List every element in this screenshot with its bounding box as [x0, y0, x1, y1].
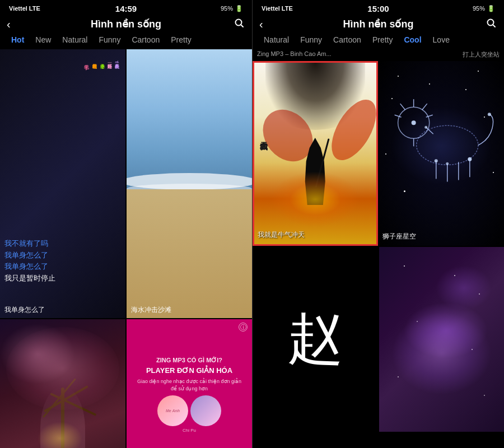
tab-pretty[interactable]: Pretty: [165, 34, 197, 46]
caption-leo: 狮子座星空: [382, 232, 416, 241]
svg-line-9: [400, 104, 405, 110]
ad-slogan: PLAYER ĐƠN GIẢN HÓA: [146, 366, 232, 375]
battery-pct-left: 95%: [221, 5, 233, 12]
card-beach[interactable]: 海水冲击沙滩: [127, 49, 252, 318]
battery-left: 95% 🔋: [221, 5, 243, 12]
ad-thumbs: Me Anh: [157, 395, 221, 426]
caption-lyrics: 我单身怎么了: [4, 305, 45, 315]
beach-sand: [127, 189, 252, 318]
svg-line-3: [493, 25, 495, 27]
ad-info-icon: ⓘ: [239, 323, 248, 332]
status-bar-right: Viettel LTE 15:00 95% 🔋: [253, 0, 504, 16]
ad-thumb-chiPu: [190, 395, 221, 426]
card-lyrics[interactable]: 手手化 活在我彩虹里的七 奇迹小子 好嗎好一起走 我不是一个人住T 我不就有了吗…: [0, 49, 125, 318]
card-warrior[interactable]: 我命由天 我就是牛气冲天: [253, 61, 378, 246]
back-button-left[interactable]: ‹: [7, 18, 11, 31]
page-title-left: Hình nền sống: [91, 18, 161, 30]
svg-point-17: [411, 120, 416, 125]
page-title-right: Hình nền sống: [343, 18, 414, 30]
battery-right: 95% 🔋: [473, 5, 495, 12]
zhao-character: 赵: [287, 311, 343, 367]
tab-cartoon[interactable]: Cartoon: [126, 34, 165, 46]
galaxy-core: [391, 312, 492, 395]
leo-constellation-svg: [379, 61, 505, 218]
time-left: 14:59: [115, 4, 137, 13]
svg-point-20: [487, 113, 491, 116]
card-ad[interactable]: ⓘ ZING MP3 CÓ GÌ MỚI? PLAYER ĐƠN GIẢN HÓ…: [127, 319, 252, 448]
status-bar-left: Viettel LTE 14:59 95% 🔋: [0, 0, 252, 16]
tab-hot[interactable]: Hot: [6, 34, 30, 46]
battery-pct-right: 95%: [473, 5, 485, 12]
tab-bar-left: Hot New Natural Funny Cartoon Pretty: [0, 34, 252, 49]
nav-bar-left: ‹ Hình nền sống: [0, 16, 252, 34]
warrior-flames: [270, 171, 360, 227]
svg-point-19: [468, 157, 472, 161]
card-zhao[interactable]: 赵: [253, 247, 378, 432]
tab-natural-r[interactable]: Natural: [258, 34, 295, 46]
tab-pretty-r[interactable]: Pretty: [367, 34, 399, 46]
battery-icon-left: 🔋: [235, 5, 243, 12]
carrier-text-right: Viettel LTE: [262, 5, 293, 12]
right-phone: Viettel LTE 15:00 95% 🔋 ‹ Hình nền sống …: [252, 0, 504, 448]
tab-love-r[interactable]: Love: [427, 34, 455, 46]
tab-natural[interactable]: Natural: [57, 34, 93, 46]
search-button-left[interactable]: [234, 18, 244, 31]
ad-artist-label: Chi Pu: [183, 428, 196, 433]
svg-point-18: [434, 159, 437, 162]
caption-warrior: 我就是牛气冲天: [258, 230, 305, 240]
ad-logo: ZING MP3 CÓ GÌ MỚI?: [156, 357, 222, 364]
tab-funny[interactable]: Funny: [93, 34, 126, 46]
ad-thumb-meAnh: Me Anh: [157, 395, 188, 426]
svg-point-22: [424, 126, 427, 129]
lyrics-main-text: 我不就有了吗 我单身怎么了 我单身怎么了 我只是暂时停止: [4, 238, 121, 284]
nav-bar-right: ‹ Hình nền sống: [253, 16, 504, 34]
back-button-right[interactable]: ‹: [259, 18, 263, 31]
card-blossom[interactable]: [0, 319, 125, 448]
search-button-right[interactable]: [486, 18, 496, 31]
track-right: 打上人突坐站: [463, 50, 500, 59]
tab-bar-right: Natural Funny Cartoon Pretty Cool Love: [253, 34, 504, 49]
galaxy-glow2: [436, 265, 492, 310]
svg-point-21: [446, 162, 449, 165]
left-phone: Viettel LTE 14:59 95% 🔋 ‹ Hình nền sống …: [0, 0, 252, 448]
content-right: 我命由天 我就是牛气冲天: [253, 61, 504, 448]
track-left: Zing MP3 – Binh Cao Am...: [257, 50, 332, 59]
caption-beach: 海水冲击沙滩: [131, 305, 171, 315]
card-galaxy[interactable]: [379, 247, 505, 432]
card-leo[interactable]: 狮子座星空: [379, 61, 505, 246]
time-right: 15:00: [367, 4, 389, 13]
tab-funny-r[interactable]: Funny: [295, 34, 328, 46]
svg-line-1: [241, 25, 243, 27]
svg-line-7: [422, 104, 427, 110]
carrier-left: Viettel LTE: [9, 5, 40, 12]
carrier-right: Viettel LTE: [262, 5, 293, 12]
ad-desc: Giao diện nghe nhạc được cải thiện đơn g…: [137, 378, 241, 392]
tab-cartoon-r[interactable]: Cartoon: [328, 34, 367, 46]
track-row: Zing MP3 – Binh Cao Am... 打上人突坐站: [253, 49, 504, 61]
battery-icon-right: 🔋: [487, 5, 495, 12]
lyrics-vertical-text: 手手化 活在我彩虹里的七 奇迹小子 好嗎好一起走 我不是一个人住T: [83, 60, 120, 63]
content-left: 手手化 活在我彩虹里的七 奇迹小子 好嗎好一起走 我不是一个人住T 我不就有了吗…: [0, 49, 252, 448]
tab-cool-r[interactable]: Cool: [398, 34, 427, 46]
tab-new[interactable]: New: [30, 34, 57, 46]
carrier-text-left: Viettel LTE: [9, 5, 40, 12]
